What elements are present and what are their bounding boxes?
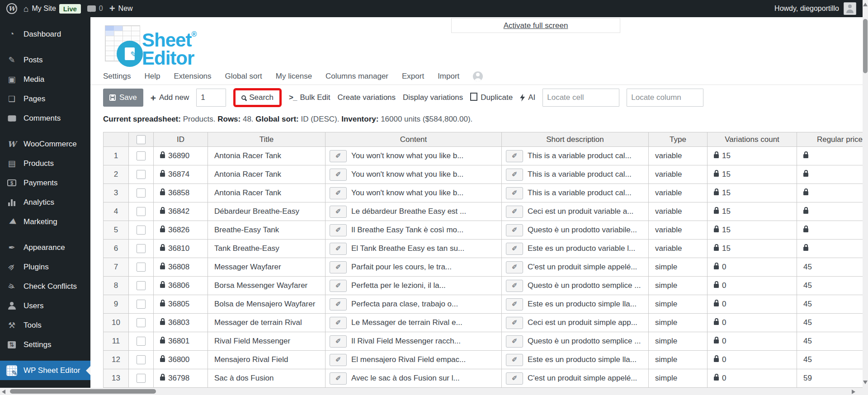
sidebar-item-products[interactable]: ▤Products bbox=[0, 154, 90, 173]
short-description-cell[interactable]: ✐Este es un producto simple lla... bbox=[502, 295, 649, 314]
regular-price-cell[interactable] bbox=[797, 202, 863, 221]
column-header-id[interactable]: ID bbox=[154, 132, 208, 147]
edit-cell-button[interactable]: ✐ bbox=[330, 335, 347, 348]
bulk-edit-button[interactable]: >_ Bulk Edit bbox=[289, 93, 330, 102]
edit-cell-button[interactable]: ✐ bbox=[330, 187, 347, 199]
column-header-type[interactable]: Type bbox=[649, 132, 708, 147]
edit-cell-button[interactable]: ✐ bbox=[330, 372, 347, 385]
regular-price-cell[interactable]: 45 bbox=[797, 314, 863, 332]
edit-cell-button[interactable]: ✐ bbox=[506, 261, 523, 273]
row-checkbox[interactable] bbox=[137, 244, 146, 253]
vertical-scrollbar-thumb[interactable] bbox=[863, 19, 868, 73]
short-description-cell[interactable]: ✐Questo è un prodotto variabile... bbox=[502, 221, 649, 240]
title-cell[interactable]: Antonia Racer Tank bbox=[208, 184, 326, 202]
search-button[interactable]: Search bbox=[241, 93, 274, 102]
new-menu[interactable]: + New bbox=[109, 4, 133, 14]
type-cell[interactable]: variable bbox=[649, 184, 708, 202]
sidebar-item-analytics[interactable]: Analytics bbox=[0, 193, 90, 212]
scroll-down-arrow-icon[interactable] bbox=[863, 381, 868, 384]
edit-cell-button[interactable]: ✐ bbox=[506, 280, 523, 292]
edit-cell-button[interactable]: ✐ bbox=[330, 224, 347, 236]
activate-full-screen-button[interactable]: Activate full screen bbox=[451, 18, 620, 33]
vertical-scrollbar[interactable] bbox=[863, 0, 868, 395]
short-description-cell[interactable]: ✐C'est un produit simple appelé... bbox=[502, 258, 649, 277]
type-cell[interactable]: simple bbox=[649, 351, 708, 369]
id-cell[interactable]: 36801 bbox=[154, 332, 208, 351]
variations-count-cell[interactable]: 15 bbox=[708, 202, 797, 221]
regular-price-cell[interactable] bbox=[797, 240, 863, 258]
short-description-cell[interactable]: ✐Ceci est un produit variable a... bbox=[502, 202, 649, 221]
id-cell[interactable]: 36826 bbox=[154, 221, 208, 240]
sidebar-item-comments[interactable]: Comments bbox=[0, 108, 90, 128]
regular-price-cell[interactable]: 45 bbox=[797, 332, 863, 351]
row-checkbox[interactable] bbox=[137, 374, 146, 383]
title-cell[interactable]: Rival Field Messenger bbox=[208, 332, 326, 351]
sidebar-item-users[interactable]: Users bbox=[0, 296, 90, 315]
type-cell[interactable]: simple bbox=[649, 332, 708, 351]
row-checkbox[interactable] bbox=[137, 300, 146, 309]
edit-cell-button[interactable]: ✐ bbox=[330, 261, 347, 273]
short-description-cell[interactable]: ✐Questo è un prodotto semplice ... bbox=[502, 277, 649, 295]
edit-cell-button[interactable]: ✐ bbox=[506, 187, 523, 199]
regular-price-cell[interactable]: 59 bbox=[797, 369, 863, 388]
title-cell[interactable]: Borsa Messenger Wayfarer bbox=[208, 277, 326, 295]
edit-cell-button[interactable]: ✐ bbox=[330, 243, 347, 255]
type-cell[interactable]: variable bbox=[649, 147, 708, 165]
edit-cell-button[interactable]: ✐ bbox=[506, 206, 523, 218]
edit-cell-button[interactable]: ✐ bbox=[330, 317, 347, 329]
variations-count-cell[interactable]: 15 bbox=[708, 221, 797, 240]
short-description-cell[interactable]: ✐Este es un producto simple lla... bbox=[502, 351, 649, 369]
edit-cell-button[interactable]: ✐ bbox=[330, 280, 347, 292]
regular-price-cell[interactable] bbox=[797, 147, 863, 165]
row-checkbox[interactable] bbox=[137, 226, 146, 235]
id-cell[interactable]: 36890 bbox=[154, 147, 208, 165]
sidebar-item-appearance[interactable]: ✒Appearance bbox=[0, 238, 90, 257]
sidebar-item-media[interactable]: ▣Media bbox=[0, 70, 90, 89]
select-all-checkbox[interactable] bbox=[137, 135, 146, 144]
sidebar-item-posts[interactable]: ✎Posts bbox=[0, 50, 90, 70]
title-cell[interactable]: Bolsa de Mensajero Wayfarer bbox=[208, 295, 326, 314]
short-description-cell[interactable]: ✐Este es un producto variable l... bbox=[502, 240, 649, 258]
sidebar-item-check-conflicts[interactable]: ⋔Check Conflicts bbox=[0, 277, 90, 296]
horizontal-scrollbar[interactable] bbox=[0, 388, 863, 395]
edit-cell-button[interactable]: ✐ bbox=[330, 206, 347, 218]
regular-price-cell[interactable] bbox=[797, 165, 863, 184]
menu-item-my-license[interactable]: My license bbox=[276, 72, 312, 81]
content-cell[interactable]: ✐El Tank Breathe Easy es tan su... bbox=[326, 240, 502, 258]
scroll-up-arrow-icon[interactable] bbox=[863, 3, 868, 6]
short-description-cell[interactable]: ✐This is a variable product cal... bbox=[502, 147, 649, 165]
title-cell[interactable]: Tank Breathe-Easy bbox=[208, 240, 326, 258]
variations-count-cell[interactable]: 0 bbox=[708, 351, 797, 369]
title-cell[interactable]: Antonia Racer Tank bbox=[208, 165, 326, 184]
title-cell[interactable]: Débardeur Breathe-Easy bbox=[208, 202, 326, 221]
short-description-cell[interactable]: ✐This is a variable product cal... bbox=[502, 165, 649, 184]
title-cell[interactable]: Sac à dos Fusion bbox=[208, 369, 326, 388]
id-cell[interactable]: 36800 bbox=[154, 351, 208, 369]
wordpress-logo-icon[interactable]: W bbox=[6, 3, 17, 14]
title-cell[interactable]: Mensajero Rival Field bbox=[208, 351, 326, 369]
regular-price-cell[interactable]: 45 bbox=[797, 258, 863, 277]
create-variations-button[interactable]: Create variations bbox=[338, 93, 396, 102]
sidebar-item-payments[interactable]: $Payments bbox=[0, 173, 90, 193]
content-cell[interactable]: ✐You won't know what you like b... bbox=[326, 184, 502, 202]
row-checkbox[interactable] bbox=[137, 337, 146, 346]
variations-count-cell[interactable]: 0 bbox=[708, 314, 797, 332]
type-cell[interactable]: simple bbox=[649, 295, 708, 314]
edit-cell-button[interactable]: ✐ bbox=[506, 335, 523, 348]
horizontal-scrollbar-thumb[interactable] bbox=[10, 389, 156, 394]
content-cell[interactable]: ✐Il Breathe Easy Tank è così mo... bbox=[326, 221, 502, 240]
sidebar-item-wp-sheet-editor[interactable]: WP Sheet Editor bbox=[0, 361, 90, 380]
type-cell[interactable]: simple bbox=[649, 258, 708, 277]
locate-column-input[interactable] bbox=[627, 89, 703, 107]
menu-item-settings[interactable]: Settings bbox=[103, 72, 131, 81]
variations-count-cell[interactable]: 15 bbox=[708, 165, 797, 184]
content-cell[interactable]: ✐You won't know what you like b... bbox=[326, 147, 502, 165]
edit-cell-button[interactable]: ✐ bbox=[506, 372, 523, 385]
id-cell[interactable]: 36842 bbox=[154, 202, 208, 221]
type-cell[interactable]: simple bbox=[649, 314, 708, 332]
duplicate-button[interactable]: Duplicate bbox=[470, 93, 513, 102]
short-description-cell[interactable]: ✐This is a variable product cal... bbox=[502, 184, 649, 202]
variations-count-cell[interactable]: 0 bbox=[708, 332, 797, 351]
edit-cell-button[interactable]: ✐ bbox=[506, 298, 523, 310]
scroll-left-arrow-icon[interactable] bbox=[2, 390, 5, 394]
